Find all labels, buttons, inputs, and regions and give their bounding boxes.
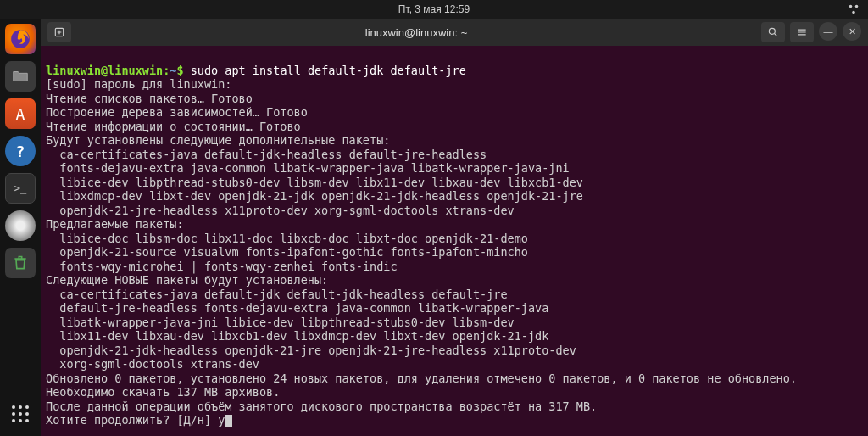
terminal-line: После данной операции объём занятого дис…: [46, 400, 863, 414]
terminal-line: ca-certificates-java default-jdk default…: [46, 288, 863, 302]
terminal-line: default-jre-headless fonts-dejavu-extra …: [46, 301, 863, 316]
typed-command: sudo apt install default-jdk default-jre: [191, 64, 466, 77]
terminal-line: libxdmcp-dev libxt-dev openjdk-21-jdk op…: [46, 189, 863, 204]
search-icon: [767, 26, 779, 38]
dock-files[interactable]: [5, 61, 36, 92]
minimize-button[interactable]: —: [819, 22, 837, 41]
svg-point-2: [852, 11, 855, 14]
window-title: linuxwin@linuxwin: ~: [78, 26, 754, 39]
bag-icon: A: [16, 105, 25, 123]
terminal-line: Следующие НОВЫЕ пакеты будут установлены…: [46, 273, 863, 288]
terminal-icon: >_: [14, 182, 26, 194]
terminal-line: xorg-sgml-doctools xtrans-dev: [46, 357, 863, 372]
terminal-line: Чтение списков пакетов… Готово: [46, 92, 863, 106]
system-tray[interactable]: [848, 3, 860, 15]
terminal-window: linuxwin@linuxwin: ~ — ✕ linuxwin@linuxw…: [41, 19, 868, 436]
dock-terminal[interactable]: >_: [5, 173, 36, 204]
cursor: [225, 415, 232, 427]
dock: A ? >_: [0, 19, 41, 436]
trash-icon: [12, 254, 29, 271]
apps-grid-icon: [10, 404, 31, 424]
clock[interactable]: Пт, 3 мая 12:59: [398, 3, 470, 15]
new-tab-button[interactable]: [47, 22, 71, 42]
terminal-line: libice-dev libpthread-stubs0-dev libsm-d…: [46, 176, 863, 190]
dock-apps-grid[interactable]: [5, 399, 36, 429]
tray-icon: [848, 3, 860, 15]
terminal-line: Чтение информации о состоянии… Готово: [46, 120, 863, 134]
minimize-icon: —: [824, 26, 833, 36]
terminal-line: Построение дерева зависимостей… Готово: [46, 105, 863, 120]
svg-point-5: [769, 28, 775, 34]
terminal-line: fonts-wqy-microhei | fonts-wqy-zenhei fo…: [46, 260, 863, 274]
terminal-line: openjdk-21-jre-headless x11proto-dev xor…: [46, 204, 863, 218]
close-button[interactable]: ✕: [843, 22, 861, 41]
search-button[interactable]: [761, 22, 785, 42]
terminal-line: openjdk-21-source visualvm fonts-ipafont…: [46, 245, 863, 260]
terminal-line: Будут установлены следующие дополнительн…: [46, 133, 863, 148]
dock-software-center[interactable]: A: [5, 98, 36, 129]
prompt-user: linuxwin@linuxwin: [46, 64, 163, 77]
dock-trash[interactable]: [5, 248, 36, 278]
terminal-line: openjdk-21-jdk-headless openjdk-21-jre o…: [46, 344, 863, 358]
terminal-line: Необходимо скачать 137 MB архивов.: [46, 385, 863, 400]
system-topbar: Пт, 3 мая 12:59: [0, 0, 868, 19]
terminal-line: libice-doc libsm-doc libx11-doc libxcb-d…: [46, 232, 863, 246]
terminal-line: libx11-dev libxau-dev libxcb1-dev libxdm…: [46, 329, 863, 344]
terminal-line: fonts-dejavu-extra java-common libatk-wr…: [46, 161, 863, 176]
new-tab-icon: [53, 26, 65, 38]
menu-button[interactable]: [790, 22, 814, 42]
help-icon: ?: [16, 143, 25, 160]
terminal-line: Хотите продолжить? [Д/н] y: [46, 413, 863, 428]
terminal-line: ca-certificates-java default-jdk-headles…: [46, 148, 863, 162]
dock-disc[interactable]: [5, 210, 36, 241]
window-titlebar[interactable]: linuxwin@linuxwin: ~ — ✕: [41, 19, 868, 46]
dock-firefox[interactable]: [5, 24, 36, 54]
dock-help[interactable]: ?: [5, 136, 36, 166]
terminal-output[interactable]: linuxwin@linuxwin:~$ sudo apt install de…: [41, 46, 868, 436]
close-icon: ✕: [849, 26, 856, 37]
terminal-line: [sudo] пароль для linuxwin:: [46, 77, 863, 92]
firefox-icon: [9, 28, 31, 50]
terminal-line: Предлагаемые пакеты:: [46, 217, 863, 232]
folder-icon: [11, 67, 30, 86]
svg-point-1: [855, 5, 859, 8]
terminal-line: libatk-wrapper-java-jni libice-dev libpt…: [46, 316, 863, 330]
terminal-line: Обновлено 0 пакетов, установлено 24 новы…: [46, 372, 863, 386]
hamburger-icon: [796, 26, 808, 38]
svg-point-0: [849, 5, 853, 8]
